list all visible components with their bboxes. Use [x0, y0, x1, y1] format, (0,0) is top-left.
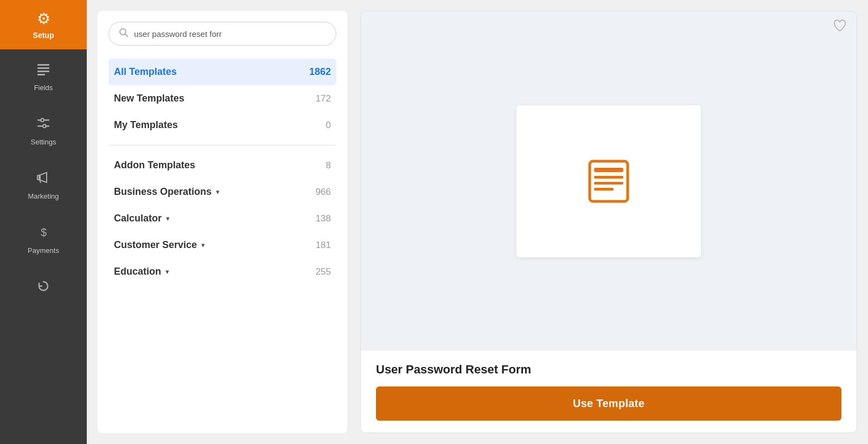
svg-rect-3	[37, 74, 45, 75]
category-business-operations[interactable]: Business Operations ▾ 966	[108, 179, 336, 205]
preview-area	[361, 11, 857, 351]
svg-rect-1	[37, 67, 49, 69]
category-calculator-label: Calculator	[114, 213, 162, 224]
svg-line-14	[125, 34, 128, 37]
search-icon	[119, 28, 129, 40]
category-education-label: Education	[114, 266, 161, 277]
sidebar-item-setup[interactable]: ⚙ Setup	[0, 0, 87, 49]
sidebar-payments-label: Payments	[28, 246, 59, 255]
category-new-templates[interactable]: New Templates 172	[108, 85, 336, 112]
category-calculator[interactable]: Calculator ▾ 138	[108, 205, 336, 232]
sidebar-setup-label: Setup	[33, 31, 54, 40]
category-my-templates[interactable]: My Templates 0	[108, 112, 336, 138]
category-calculator-count: 138	[316, 213, 331, 224]
history-icon	[36, 278, 51, 297]
svg-text:$: $	[41, 226, 47, 238]
setup-icon: ⚙	[37, 10, 50, 28]
svg-rect-19	[594, 188, 614, 191]
sidebar-item-marketing[interactable]: Marketing	[0, 158, 87, 212]
sidebar-settings-label: Settings	[31, 138, 56, 146]
sidebar-item-history[interactable]	[0, 267, 87, 313]
preview-panel: User Password Reset Form Use Template	[360, 11, 857, 433]
divider	[108, 145, 336, 145]
category-all-templates-count: 1862	[309, 66, 331, 78]
category-my-templates-count: 0	[326, 120, 331, 131]
category-addon-templates[interactable]: Addon Templates 8	[108, 152, 336, 179]
sidebar-marketing-label: Marketing	[28, 192, 59, 200]
payments-icon: $	[36, 224, 51, 243]
category-customer-service[interactable]: Customer Service ▾ 181	[108, 232, 336, 258]
category-all-templates[interactable]: All Templates 1862	[108, 59, 336, 85]
svg-rect-2	[37, 71, 49, 72]
search-box: user password reset forr	[108, 22, 336, 46]
marketing-icon	[36, 170, 51, 189]
education-chevron: ▾	[165, 268, 169, 276]
category-new-templates-count: 172	[316, 93, 331, 104]
category-all-templates-label: All Templates	[114, 66, 177, 78]
sidebar-item-fields[interactable]: Fields	[0, 49, 87, 104]
favorite-button[interactable]	[833, 19, 847, 36]
category-my-templates-label: My Templates	[114, 119, 178, 131]
calculator-chevron: ▾	[166, 214, 170, 223]
svg-rect-0	[37, 64, 49, 66]
fields-icon	[36, 61, 51, 80]
category-education[interactable]: Education ▾ 255	[108, 258, 336, 285]
category-business-operations-count: 966	[316, 187, 331, 198]
preview-title: User Password Reset Form	[376, 363, 841, 377]
svg-rect-17	[594, 176, 623, 179]
category-business-operations-label: Business Operations	[114, 186, 212, 198]
sidebar-item-settings[interactable]: Settings	[0, 104, 87, 158]
svg-rect-16	[594, 168, 623, 172]
preview-footer: User Password Reset Form Use Template	[361, 351, 857, 433]
settings-icon	[36, 116, 51, 135]
svg-rect-15	[590, 161, 628, 201]
category-addon-templates-label: Addon Templates	[114, 160, 195, 171]
category-customer-service-count: 181	[316, 240, 331, 251]
customer-service-chevron: ▾	[201, 241, 205, 249]
svg-rect-18	[594, 182, 623, 185]
svg-point-9	[43, 124, 46, 128]
category-addon-templates-count: 8	[326, 160, 331, 171]
search-input[interactable]: user password reset forr	[134, 29, 326, 39]
form-preview-icon	[584, 157, 633, 206]
sidebar-item-payments[interactable]: $ Payments	[0, 212, 87, 267]
sidebar: ⚙ Setup Fields Settings	[0, 0, 87, 444]
template-list-panel: user password reset forr All Templates 1…	[98, 11, 347, 433]
form-preview-card	[516, 105, 701, 257]
category-customer-service-label: Customer Service	[114, 239, 197, 251]
category-new-templates-label: New Templates	[114, 93, 184, 104]
main-content: user password reset forr All Templates 1…	[87, 0, 868, 444]
business-operations-chevron: ▾	[216, 188, 220, 196]
use-template-button[interactable]: Use Template	[376, 386, 841, 421]
category-education-count: 255	[316, 267, 331, 277]
sidebar-fields-label: Fields	[34, 84, 53, 92]
svg-point-6	[41, 118, 44, 122]
